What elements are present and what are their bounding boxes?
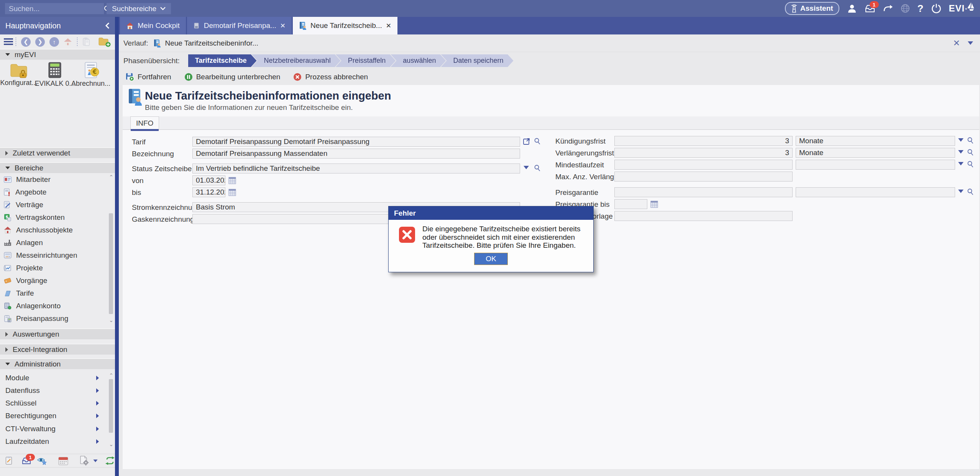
unit-dropdown-icon[interactable] — [958, 138, 964, 142]
notes-icon[interactable] — [5, 456, 13, 465]
calendar-picker-icon[interactable] — [228, 176, 236, 185]
collapse-sidebar-icon[interactable] — [105, 22, 110, 29]
kuendigungsfrist-unit-field[interactable]: Monate — [796, 136, 955, 146]
sidebar-item-anlagenkonto[interactable]: Anlagenkonto — [0, 299, 107, 312]
unit-dropdown-icon[interactable] — [958, 150, 964, 154]
kuendigungsfrist-value-field[interactable]: 3 — [614, 136, 793, 146]
nav-forward-icon[interactable]: ❯ — [35, 37, 45, 47]
sidebar-item-anlagen[interactable]: Anlagen — [0, 236, 107, 249]
preisgarantie-value-field[interactable] — [614, 187, 793, 197]
bis-date-field[interactable]: 31.12.2023 — [192, 187, 225, 197]
search-lookup-icon[interactable] — [967, 137, 974, 144]
redo-icon[interactable] — [883, 4, 893, 13]
inbox-tray-icon[interactable]: 1 — [21, 456, 31, 465]
sidebar-item-projekte[interactable]: Projekte — [0, 262, 107, 274]
inbox-icon[interactable]: 1 — [865, 4, 875, 13]
phase-preisstaffeln[interactable]: Preisstaffeln — [336, 54, 396, 67]
bezeichnung-field[interactable]: Demotarif Preisanpassung Massendaten — [192, 149, 520, 159]
scroll-up-icon[interactable]: ⌃ — [108, 174, 114, 180]
section-excel-integration[interactable]: Excel-Integration — [0, 344, 115, 355]
pause-editing-button[interactable]: Bearbeitung unterbrechen — [184, 73, 281, 81]
tab-demotarif-preisanpassung[interactable]: Demotarif Preisanpa... ✕ — [187, 17, 292, 34]
global-search[interactable] — [5, 3, 104, 14]
scroll-down-icon[interactable]: ⌄ — [108, 317, 114, 323]
sidebar-item-preisanpassung[interactable]: Preisanpassung — [0, 312, 107, 325]
menu-icon[interactable] — [4, 38, 13, 45]
phase-tarifzeitscheibe[interactable]: Tarifzeitscheibe — [188, 54, 257, 67]
calendar-icon[interactable] — [58, 456, 68, 465]
sidebar-item-vertragskonten[interactable]: $ Vertragskonten — [0, 211, 107, 224]
mindestlaufzeit-unit-field[interactable] — [796, 160, 955, 170]
scroll-up-icon[interactable]: ⌃ — [108, 372, 114, 378]
vorlage-field[interactable] — [614, 211, 793, 221]
section-zuletzt-verwendet[interactable]: Zuletzt verwendet — [0, 147, 115, 158]
sidebar-item-vertraege[interactable]: Verträge — [0, 198, 107, 211]
dropdown-icon[interactable] — [93, 459, 97, 462]
cancel-process-button[interactable]: Prozess abbrechen — [293, 73, 368, 81]
verlaengerungsfrist-unit-field[interactable]: Monate — [796, 148, 955, 158]
document-settings-icon[interactable] — [80, 456, 89, 466]
sidebar-item-mitarbeiter[interactable]: Mitarbeiter — [0, 173, 107, 186]
admin-item-schluessel[interactable]: Schlüssel — [0, 397, 107, 409]
preisgarantie-bis-date-field[interactable] — [614, 199, 647, 209]
sidebar-item-vorgaenge[interactable]: Vorgänge — [0, 274, 107, 287]
section-myevi[interactable]: myEVI — [0, 49, 115, 60]
admin-item-cti-verwaltung[interactable]: CTI-Verwaltung — [0, 422, 107, 435]
open-record-icon[interactable] — [523, 137, 530, 145]
phase-daten-speichern[interactable]: Daten speichern — [441, 54, 513, 67]
scroll-down-icon[interactable]: ⌄ — [108, 441, 114, 447]
scrollbar-thumb[interactable] — [109, 379, 113, 433]
sidebar-item-angebote[interactable]: Angebote — [0, 186, 107, 198]
tarif-field[interactable]: Demotarif Preisanpassung Demotarif Preis… — [192, 137, 520, 147]
verlaengerungsfrist-value-field[interactable]: 3 — [614, 148, 793, 158]
sidebar-item-messeinrichtungen[interactable]: Messeinrichtungen — [0, 249, 107, 262]
unit-dropdown-icon[interactable] — [958, 162, 964, 165]
preisgarantie-unit-field[interactable] — [796, 187, 955, 197]
mindestlaufzeit-value-field[interactable] — [614, 160, 793, 170]
status-dropdown-icon[interactable] — [524, 166, 529, 169]
search-lookup-icon[interactable] — [967, 160, 974, 168]
tab-neue-tarifzeitscheibe[interactable]: Neue Tarifzeitscheib... ✕ — [293, 17, 397, 34]
tab-mein-cockpit[interactable]: Mein Cockpit — [120, 17, 186, 34]
clipboard-icon[interactable] — [82, 37, 90, 46]
search-input[interactable] — [8, 4, 103, 13]
search-lookup-icon[interactable] — [967, 188, 974, 196]
unit-dropdown-icon[interactable] — [958, 190, 964, 193]
watchlist-icon[interactable] — [37, 456, 48, 465]
search-lookup-icon[interactable] — [534, 137, 541, 145]
max-anz-verlaeng-field[interactable] — [614, 172, 793, 182]
section-auswertungen[interactable]: Auswertungen — [0, 329, 115, 339]
nav-up-icon[interactable]: ↑ — [49, 37, 59, 47]
admin-item-datenfluss[interactable]: Datenfluss — [0, 384, 107, 397]
continue-button[interactable]: Fortfahren — [126, 73, 171, 81]
search-scope-dropdown[interactable]: Suchbereiche — [107, 3, 171, 14]
sidebar-item-tarife[interactable]: Tarife — [0, 287, 107, 299]
assistant-button[interactable]: Assistent — [785, 2, 839, 15]
new-folder-icon[interactable] — [98, 37, 109, 46]
phase-auswaehlen[interactable]: auswählen — [391, 54, 446, 67]
ok-button[interactable]: OK — [474, 253, 508, 265]
home-nav-icon[interactable] — [64, 38, 72, 46]
calendar-picker-icon[interactable] — [228, 188, 236, 196]
user-icon[interactable] — [847, 3, 857, 13]
scrollbar-thumb[interactable] — [109, 213, 113, 314]
nav-back-icon[interactable]: ❮ — [21, 37, 31, 47]
myevi-item-konfiguration[interactable]: Konfigurat... — [2, 63, 35, 87]
myevi-item-abrechnung[interactable]: € Abrechnun... — [74, 62, 107, 88]
globe-icon[interactable] — [901, 4, 910, 13]
status-zeitscheibe-field[interactable]: Im Vertrieb befindliche Tarifzeitscheibe — [192, 164, 520, 173]
calendar-picker-icon[interactable] — [650, 200, 658, 208]
section-administration[interactable]: Administration — [0, 358, 115, 369]
sync-icon[interactable] — [105, 456, 115, 465]
phase-netzbetreiberauswahl[interactable]: Netzbetreiberauswahl — [252, 54, 341, 67]
section-bereiche[interactable]: Bereiche — [0, 162, 115, 173]
history-entry[interactable]: Neue Tarifzeitscheibeninfor... — [165, 39, 258, 47]
sidebar-item-anschlussobjekte[interactable]: Anschlussobjekte — [0, 224, 107, 236]
myevi-item-evikalk[interactable]: EVIKALK 0... — [38, 62, 71, 88]
close-tab-icon[interactable]: ✕ — [386, 22, 391, 30]
search-lookup-icon[interactable] — [534, 164, 541, 172]
help-icon[interactable]: ? — [918, 3, 924, 15]
admin-item-module[interactable]: Module — [0, 371, 107, 384]
tab-info[interactable]: INFO — [130, 116, 159, 129]
clear-history-icon[interactable]: ✕ — [953, 38, 960, 48]
